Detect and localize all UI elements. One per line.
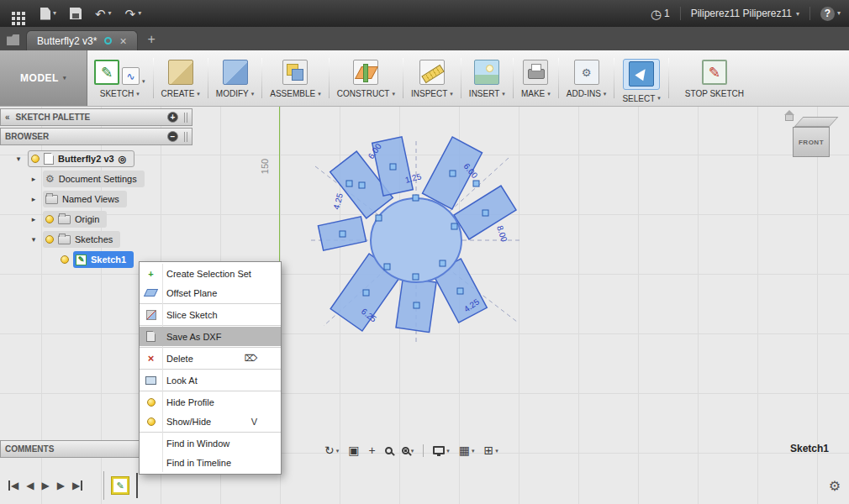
zoom-window-button[interactable] — [402, 447, 414, 454]
ribbon-item-modify[interactable]: MODIFY — [209, 50, 261, 106]
menu-item-offset-plane[interactable]: Offset Plane — [140, 283, 281, 302]
save-button[interactable] — [70, 8, 82, 19]
ribbon-item-assemble[interactable]: ASSEMBLE — [263, 50, 327, 106]
caret-down-icon — [450, 91, 453, 97]
grid-ruler-label: 150 — [260, 159, 270, 174]
expand-collapse-icon[interactable] — [29, 215, 39, 223]
caret-down-icon — [136, 91, 140, 97]
butterfly-sketch[interactable]: 6.00 6.00 4.25 8.00 1.25 6.25 4.25 — [298, 133, 534, 351]
documents-panel-icon[interactable] — [7, 34, 19, 45]
menu-item-label: Show/Hide — [166, 417, 211, 427]
timeline-go-to-start-button[interactable] — [8, 480, 18, 491]
ribbon-item-sketch[interactable]: SKETCH — [87, 50, 152, 106]
look-at-button[interactable] — [348, 444, 359, 456]
browser-header[interactable]: BROWSER — [0, 128, 192, 145]
ribbon-item-select[interactable]: SELECT — [615, 50, 667, 106]
ribbon-item-inspect[interactable]: INSPECT — [404, 50, 460, 106]
tree-label: Document Settings — [59, 174, 137, 184]
tree-label: Sketch1 — [91, 255, 126, 265]
menu-item-label: Find in Timeline — [166, 458, 231, 468]
viewcube-home-icon[interactable] — [785, 114, 794, 121]
timeline-step-back-button[interactable] — [26, 480, 34, 491]
expand-collapse-icon[interactable] — [13, 155, 24, 163]
caret-down-icon — [318, 91, 321, 97]
activate-component-icon[interactable] — [119, 154, 127, 165]
menu-item-hide-profile[interactable]: Hide Profile — [140, 392, 281, 412]
timeline-play-button[interactable] — [41, 480, 49, 491]
ribbon-item-insert[interactable]: INSERT — [462, 50, 512, 106]
file-menu-button[interactable] — [40, 8, 56, 20]
menu-item-delete[interactable]: Delete ⌦ — [140, 349, 281, 368]
inspect-icon — [419, 60, 445, 85]
divider — [208, 58, 208, 98]
undo-button[interactable] — [95, 8, 112, 20]
sketch-palette-header[interactable]: SKETCH PALETTE — [0, 108, 192, 126]
panel-grip[interactable] — [184, 113, 187, 123]
spline-icon — [122, 67, 140, 85]
document-tabbar: Butterfly2 v3* — [0, 27, 849, 50]
menu-item-show-hide[interactable]: Show/Hide V — [140, 412, 281, 431]
dimension-label[interactable]: 4.25 — [331, 192, 345, 210]
collapse-panel-icon[interactable] — [167, 131, 178, 142]
new-tab-button[interactable] — [148, 32, 156, 47]
menu-item-slice-sketch[interactable]: Slice Sketch — [140, 305, 281, 324]
divider — [680, 7, 681, 20]
orbit-button[interactable] — [324, 444, 339, 456]
viewports-button[interactable] — [483, 444, 498, 456]
ribbon-item-make[interactable]: MAKE — [514, 50, 557, 106]
menu-item-save-as-dxf[interactable]: Save As DXF — [140, 327, 281, 346]
grid-settings-button[interactable] — [459, 444, 475, 456]
close-tab-icon[interactable] — [119, 35, 126, 47]
tree-row-document-settings[interactable]: Document Settings — [0, 169, 210, 189]
menu-item-find-in-window[interactable]: Find in Window — [140, 433, 281, 453]
dimension-label[interactable]: 8.00 — [495, 224, 509, 243]
stop-sketch-label: STOP SKETCH — [685, 89, 744, 98]
panel-grip[interactable] — [184, 132, 187, 142]
caret-down-icon — [495, 448, 498, 454]
ribbon-item-create[interactable]: CREATE — [155, 50, 207, 106]
help-menu-button[interactable]: ? — [820, 7, 841, 21]
expand-collapse-icon[interactable] — [29, 175, 39, 183]
expand-panel-icon[interactable] — [167, 112, 178, 123]
collapse-left-icon[interactable] — [5, 113, 10, 122]
visibility-bulb-icon[interactable] — [31, 155, 40, 163]
timeline-go-to-end-button[interactable] — [72, 480, 82, 491]
tree-row-origin[interactable]: Origin — [0, 209, 210, 229]
viewcube-top-face[interactable] — [794, 117, 839, 127]
ribbon-item-construct[interactable]: CONSTRUCT — [330, 50, 402, 106]
gear-icon[interactable] — [829, 478, 841, 494]
menu-item-look-at[interactable]: Look At — [140, 370, 281, 390]
gear-icon — [45, 174, 55, 184]
visibility-bulb-icon[interactable] — [45, 215, 54, 223]
tree-row-named-views[interactable]: Named Views — [0, 189, 210, 209]
skip-end-icon — [72, 480, 80, 491]
timeline-step-forward-button[interactable] — [57, 480, 65, 491]
timeline-playhead[interactable] — [136, 473, 138, 498]
zoom-button[interactable] — [385, 447, 393, 454]
document-tab[interactable]: Butterfly2 v3* — [26, 30, 138, 50]
viewcube-front-face[interactable]: FRONT — [793, 127, 830, 157]
display-settings-button[interactable] — [433, 446, 450, 454]
divider — [668, 58, 669, 98]
job-status-button[interactable]: 1 — [651, 8, 670, 20]
stop-sketch-button[interactable]: STOP SKETCH — [678, 50, 751, 106]
expand-collapse-icon[interactable] — [29, 195, 39, 203]
app-grid-icon[interactable] — [12, 12, 15, 15]
visibility-bulb-icon[interactable] — [45, 235, 54, 244]
pan-button[interactable] — [368, 444, 375, 456]
save-icon — [70, 8, 82, 19]
menu-item-find-in-timeline[interactable]: Find in Timeline — [140, 453, 281, 472]
workspace-switcher[interactable]: MODEL — [0, 50, 87, 106]
user-account-menu[interactable]: Piliperez11 Piliperez11 — [691, 8, 799, 19]
ribbon-item-addins[interactable]: ADD-INS — [560, 50, 614, 106]
menu-item-label: Offset Plane — [166, 288, 217, 298]
timeline-sketch-feature[interactable] — [112, 477, 129, 494]
menu-item-create-selection-set[interactable]: Create Selection Set — [140, 264, 281, 283]
divider — [513, 58, 514, 98]
viewcube[interactable]: FRONT — [785, 114, 837, 160]
redo-button[interactable] — [125, 8, 142, 20]
expand-collapse-icon[interactable] — [29, 235, 39, 244]
tree-row-sketches[interactable]: Sketches — [0, 229, 210, 249]
tree-row-root[interactable]: Butterfly2 v3 — [0, 149, 210, 169]
visibility-bulb-icon[interactable] — [61, 255, 69, 264]
